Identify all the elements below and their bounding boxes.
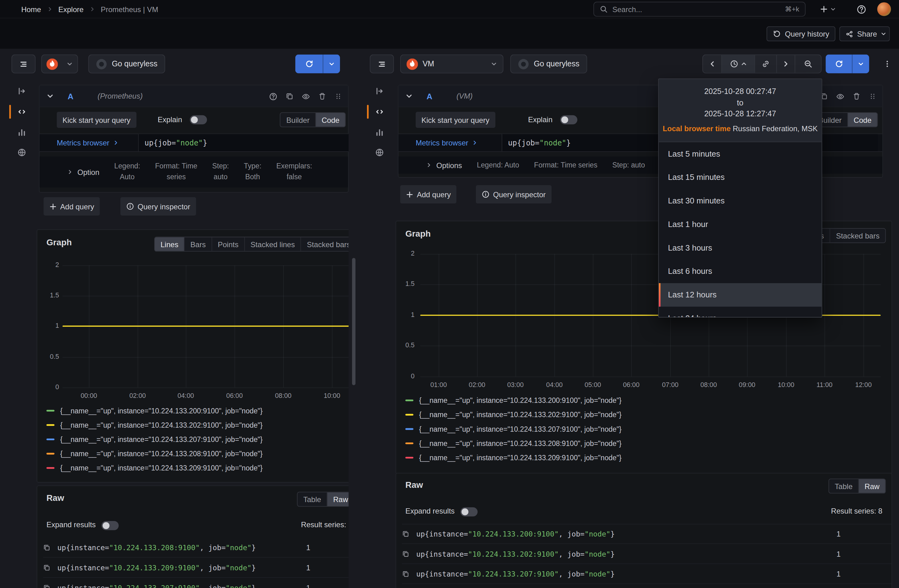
duplicate-query-icon[interactable] (286, 93, 293, 100)
share-menu-button[interactable] (877, 26, 890, 41)
datasource-picker-vm[interactable]: VM (400, 55, 504, 74)
refresh-button[interactable] (295, 55, 323, 74)
legend-item[interactable]: {__name__="up", instance="10.224.133.208… (405, 436, 622, 450)
query-options-row[interactable]: Option Legend:Auto Format: Timeseries St… (40, 157, 348, 188)
share-button[interactable]: Share (839, 26, 884, 41)
explain-toggle[interactable] (190, 115, 207, 124)
add-query-button[interactable]: Add query (400, 185, 457, 204)
time-shift-back-button[interactable] (703, 55, 721, 73)
remove-query-icon[interactable] (318, 93, 326, 100)
copy-icon[interactable] (43, 544, 51, 551)
collapse-pane-icon[interactable] (14, 83, 30, 99)
metrics-rail-icon[interactable] (14, 124, 30, 140)
copy-icon[interactable] (43, 564, 51, 571)
timezone-link[interactable]: Local browser time (663, 124, 731, 133)
metrics-rail-icon[interactable] (372, 124, 388, 140)
builder-tab[interactable]: Builder (281, 113, 315, 127)
copy-icon[interactable] (402, 550, 409, 557)
code-tab[interactable]: Code (315, 113, 345, 127)
kick-start-button[interactable]: Kick start your query (57, 112, 136, 128)
outline-toggle-button[interactable] (370, 55, 394, 74)
query-ref-id[interactable]: A (426, 91, 433, 101)
metrics-browser-link[interactable]: Metrics browser (416, 138, 477, 147)
go-queryless-button[interactable]: Go queryless (88, 55, 165, 74)
legend-item[interactable]: {__name__="up", instance="10.224.133.209… (405, 451, 622, 465)
legend-item[interactable]: {__name__="up", instance="10.224.133.200… (46, 403, 263, 418)
breadcrumb-home[interactable]: Home (21, 5, 41, 14)
time-option-last-30m[interactable]: Last 30 minutes (659, 189, 822, 213)
collapse-pane-icon[interactable] (372, 83, 388, 99)
code-rail-icon[interactable] (14, 104, 30, 120)
options-toggle[interactable]: Options (426, 161, 462, 169)
query-help-icon[interactable] (269, 92, 278, 101)
hide-query-icon[interactable] (301, 92, 310, 101)
user-avatar[interactable] (877, 2, 891, 16)
time-option-last-6h[interactable]: Last 6 hours (659, 259, 822, 283)
query-history-button[interactable]: Query history (766, 26, 836, 41)
zoom-out-button[interactable] (795, 55, 821, 73)
globe-rail-icon[interactable] (14, 145, 30, 161)
search-input[interactable] (612, 5, 780, 14)
collapse-query-icon[interactable] (405, 93, 413, 100)
time-option-last-24h[interactable]: Last 24 hours (659, 306, 822, 318)
hide-query-icon[interactable] (836, 92, 845, 101)
legend-item[interactable]: {__name__="up", instance="10.224.133.207… (405, 422, 622, 436)
expand-results-toggle[interactable] (460, 507, 477, 517)
explain-toggle[interactable] (560, 115, 577, 124)
time-option-last-3h[interactable]: Last 3 hours (659, 236, 822, 259)
query-inspector-button[interactable]: Query inspector (120, 197, 196, 216)
time-picker-button[interactable] (721, 55, 754, 73)
go-queryless-button[interactable]: Go queryless (510, 55, 587, 74)
time-option-last-1h[interactable]: Last 1 hour (659, 213, 822, 236)
refresh-interval-button[interactable] (323, 55, 340, 74)
globe-rail-icon[interactable] (372, 145, 388, 161)
drag-handle-icon[interactable] (869, 93, 877, 100)
code-tab[interactable]: Code (848, 113, 877, 127)
code-rail-icon[interactable] (372, 104, 388, 120)
legend-item[interactable]: {__name__="up", instance="10.224.133.209… (46, 461, 263, 475)
collapse-query-icon[interactable] (46, 93, 54, 100)
time-option-last-12h[interactable]: Last 12 hours (659, 283, 822, 306)
graph-style-points[interactable]: Points (212, 237, 244, 251)
legend-item[interactable]: {__name__="up", instance="10.224.133.200… (405, 393, 622, 407)
time-option-last-15m[interactable]: Last 15 minutes (659, 165, 822, 189)
global-search[interactable]: ⌘+k (593, 2, 806, 17)
raw-tab[interactable]: Raw (858, 479, 885, 493)
table-tab[interactable]: Table (829, 479, 858, 493)
options-toggle[interactable]: Option (67, 168, 99, 176)
copy-icon[interactable] (402, 530, 409, 538)
legend-item[interactable]: {__name__="up", instance="10.224.133.202… (46, 418, 263, 432)
time-option-last-5m[interactable]: Last 5 minutes (659, 142, 822, 165)
expand-results-toggle[interactable] (102, 521, 119, 530)
time-sync-link-button[interactable] (754, 55, 776, 73)
graph-style-bars[interactable]: Bars (184, 237, 211, 251)
outline-toggle-button[interactable] (11, 55, 36, 74)
help-button[interactable] (853, 2, 869, 16)
datasource-picker-prometheus[interactable] (41, 55, 78, 74)
add-query-button[interactable]: Add query (43, 197, 100, 216)
remove-query-icon[interactable] (853, 93, 860, 100)
kick-start-button[interactable]: Kick start your query (416, 112, 495, 128)
refresh-interval-button[interactable] (852, 55, 869, 74)
graph-style-stacked-bars[interactable]: Stacked bars (301, 237, 349, 251)
query-expression-input[interactable]: up{job="node"} (138, 134, 348, 151)
time-shift-forward-button[interactable] (776, 55, 794, 73)
drag-handle-icon[interactable] (334, 93, 343, 100)
query-inspector-button[interactable]: Query inspector (476, 185, 551, 204)
table-tab[interactable]: Table (298, 492, 327, 506)
copy-icon[interactable] (43, 584, 51, 588)
copy-icon[interactable] (402, 570, 409, 577)
refresh-button[interactable] (825, 55, 852, 74)
legend-item[interactable]: {__name__="up", instance="10.224.133.202… (405, 407, 622, 422)
legend-item[interactable]: {__name__="up", instance="10.224.133.208… (46, 447, 263, 461)
graph-style-lines[interactable]: Lines (155, 237, 184, 251)
new-button[interactable] (817, 2, 839, 16)
legend-item[interactable]: {__name__="up", instance="10.224.133.207… (46, 432, 263, 447)
graph-style-stacked-bars[interactable]: Stacked bars (830, 228, 885, 242)
raw-tab[interactable]: Raw (327, 492, 349, 506)
graph-style-stacked-lines[interactable]: Stacked lines (244, 237, 301, 251)
pane-scrollbar[interactable] (352, 258, 355, 385)
query-ref-id[interactable]: A (68, 91, 74, 101)
breadcrumb-explore[interactable]: Explore (58, 5, 83, 14)
kebab-menu-icon[interactable] (881, 55, 892, 74)
